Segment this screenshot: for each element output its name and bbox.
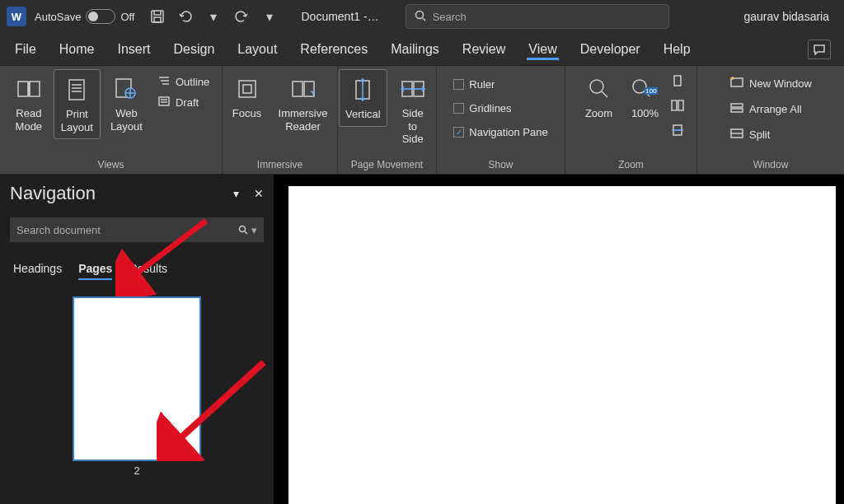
svg-point-2 (415, 11, 423, 18)
svg-rect-22 (731, 109, 743, 112)
nav-tab-pages[interactable]: Pages (78, 262, 112, 280)
svg-point-12 (590, 80, 603, 93)
tab-mailings[interactable]: Mailings (389, 39, 441, 60)
svg-rect-7 (239, 81, 256, 97)
toggle-switch-icon[interactable] (86, 9, 115, 24)
vertical-icon (353, 75, 373, 105)
ribbon-group-views: Read Mode Print Layout Web Layout Outlin… (0, 66, 223, 174)
tab-file[interactable]: File (13, 39, 38, 60)
arrange-icon (729, 102, 744, 116)
quick-access-toolbar: ▾ ▾ (149, 8, 278, 25)
web-layout-button[interactable]: Web Layout (104, 69, 149, 138)
navigation-title: Navigation (10, 183, 96, 204)
gridlines-checkbox[interactable]: Gridlines (448, 100, 552, 117)
redo-icon[interactable] (233, 8, 250, 25)
immersive-reader-button[interactable]: Immersive Reader (272, 69, 335, 138)
svg-rect-1 (154, 17, 161, 22)
arrange-all-button[interactable]: Arrange All (724, 100, 817, 119)
chevron-down-icon[interactable]: ▾ (233, 187, 239, 200)
svg-rect-8 (243, 85, 251, 93)
new-window-icon (729, 77, 744, 91)
views-group-label: Views (5, 157, 217, 172)
nav-tab-headings[interactable]: Headings (13, 262, 62, 280)
checkbox-icon (453, 79, 464, 90)
zoom-100-button[interactable]: 100 100% (624, 69, 667, 125)
search-icon (415, 10, 426, 24)
checkbox-icon (453, 103, 464, 114)
svg-rect-21 (731, 104, 743, 107)
document-page[interactable] (288, 186, 836, 504)
tab-developer[interactable]: Developer (579, 39, 642, 60)
zoom-button[interactable]: Zoom (578, 69, 621, 125)
navpane-checkbox[interactable]: ✓ Navigation Pane (448, 124, 552, 141)
page-movement-group-label: Page Movement (343, 157, 431, 172)
svg-rect-18 (678, 100, 683, 110)
page-icon (67, 75, 87, 105)
immersive-reader-label: Immersive Reader (279, 107, 328, 133)
outline-label: Outline (176, 76, 209, 88)
undo-icon[interactable] (177, 8, 194, 25)
focus-button[interactable]: Focus (226, 69, 269, 125)
read-mode-label: Read Mode (16, 107, 43, 133)
close-icon[interactable]: ✕ (254, 187, 264, 200)
svg-point-24 (240, 226, 246, 232)
draft-label: Draft (176, 96, 199, 109)
draft-icon (157, 96, 171, 110)
multi-page-icon[interactable] (670, 99, 685, 115)
print-layout-button[interactable]: Print Layout (54, 69, 101, 139)
arrange-all-label: Arrange All (749, 103, 802, 115)
comments-icon[interactable] (808, 40, 831, 59)
chevron-down-icon[interactable]: ▾ (205, 8, 222, 25)
autosave-toggle[interactable]: AutoSave Off (35, 9, 134, 24)
nav-search-input[interactable]: Search document ▾ (10, 217, 264, 242)
tab-view[interactable]: View (527, 39, 558, 60)
tab-references[interactable]: References (298, 39, 369, 60)
page-thumbnail[interactable] (73, 296, 201, 461)
chevron-down-icon[interactable]: ▾ (261, 8, 278, 25)
one-page-icon[interactable] (670, 74, 685, 91)
focus-icon (236, 74, 259, 104)
main-area: Navigation ▾ ✕ Search document ▾ Heading… (0, 175, 844, 504)
tab-design[interactable]: Design (171, 39, 216, 60)
tab-review[interactable]: Review (461, 39, 507, 60)
draft-button[interactable]: Draft (152, 93, 214, 112)
ruler-checkbox[interactable]: Ruler (448, 76, 552, 93)
document-area[interactable] (274, 175, 844, 504)
page-width-icon[interactable] (670, 124, 685, 140)
nav-tab-results[interactable]: Results (129, 262, 167, 280)
zoom-group-label: Zoom (570, 157, 692, 172)
search-placeholder: Search (433, 11, 467, 23)
tab-insert[interactable]: Insert (115, 39, 152, 60)
side-to-side-button[interactable]: Side to Side (391, 69, 435, 151)
split-button[interactable]: Split (724, 125, 817, 144)
svg-text:100: 100 (645, 87, 657, 95)
tab-help[interactable]: Help (662, 39, 692, 60)
outline-button[interactable]: Outline (152, 72, 214, 91)
svg-rect-17 (672, 100, 677, 110)
vertical-button[interactable]: Vertical (339, 69, 387, 127)
search-box[interactable]: Search (406, 4, 669, 29)
svg-rect-3 (69, 80, 84, 100)
tab-layout[interactable]: Layout (236, 39, 279, 60)
svg-rect-6 (159, 97, 169, 105)
ribbon-group-zoom: Zoom 100 100% Zoom (565, 66, 697, 174)
zoom-100-label: 100% (631, 107, 659, 120)
autosave-label: AutoSave (35, 11, 81, 23)
window-group-label: Window (702, 157, 839, 172)
search-dropdown-icon[interactable]: ▾ (238, 224, 257, 236)
nav-tabs: Headings Pages Results (10, 262, 264, 280)
reader-icon (291, 74, 316, 104)
side-icon (401, 74, 425, 104)
tab-home[interactable]: Home (58, 39, 96, 60)
focus-label: Focus (232, 107, 261, 120)
new-window-button[interactable]: New Window (724, 74, 817, 93)
magnifier-icon (588, 74, 611, 104)
ribbon-group-show: Ruler Gridlines ✓ Navigation Pane Show (437, 66, 565, 174)
split-icon (729, 128, 744, 142)
nav-search-placeholder: Search document (16, 224, 101, 236)
page-thumbnails: 2 (10, 296, 264, 477)
username-label: gaurav bidasaria (743, 10, 837, 23)
save-icon[interactable] (149, 8, 166, 25)
vertical-label: Vertical (345, 108, 381, 121)
read-mode-button[interactable]: Read Mode (7, 69, 50, 138)
